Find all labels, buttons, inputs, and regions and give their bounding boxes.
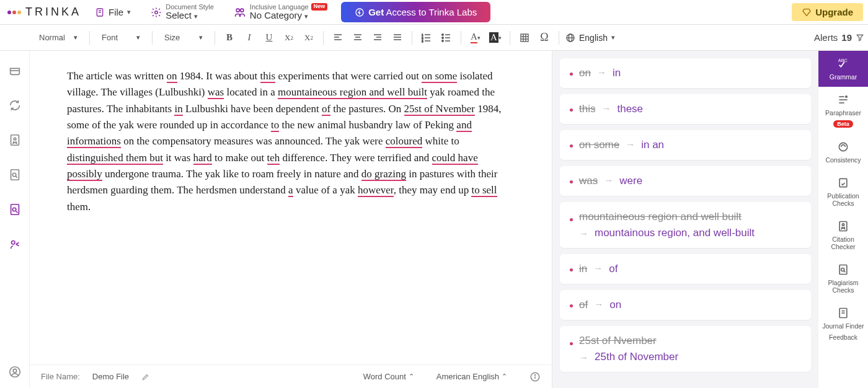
svg-line-63 [844, 271, 846, 273]
language-button[interactable]: English ▾ [565, 33, 615, 43]
text-color-button[interactable]: A▾ [467, 30, 484, 46]
leftbar-share-icon[interactable] [7, 237, 22, 252]
doc-style-value: Select [166, 11, 192, 21]
logo-text: TRINKA [25, 6, 81, 19]
chevron-down-icon: ▾ [611, 33, 615, 42]
arrow-icon: → [597, 67, 606, 77]
svg-point-45 [12, 208, 16, 211]
leftbar-tray-icon[interactable] [7, 63, 22, 78]
file-name-label: File Name: [41, 372, 80, 381]
svg-point-3 [155, 11, 158, 14]
superscript-button[interactable]: X2 [301, 30, 317, 46]
document-style-menu[interactable]: Document Style Select ▾ [144, 1, 220, 24]
bolt-icon [355, 7, 365, 17]
info-icon[interactable] [529, 371, 541, 382]
size-select[interactable]: Size▾ [159, 30, 208, 45]
grammar-icon: ABC [836, 57, 850, 71]
word-count-button[interactable]: Word Count ⌃ [363, 372, 414, 381]
alert-card[interactable]: 25st of Nvember →25th of November [560, 326, 811, 372]
file-label: File [108, 7, 123, 17]
svg-point-25 [442, 33, 443, 35]
svg-point-5 [241, 9, 244, 12]
publication-checks-tab[interactable]: Publication Checks [818, 170, 868, 213]
journal-icon [836, 306, 850, 320]
consistency-icon [836, 140, 850, 154]
upgrade-button[interactable]: Upgrade [792, 3, 863, 21]
svg-text:ABC: ABC [838, 58, 848, 63]
svg-rect-58 [839, 179, 847, 187]
svg-rect-41 [11, 170, 19, 180]
leftbar-sync-icon[interactable] [7, 98, 22, 113]
chevron-down-icon: ▾ [304, 12, 308, 20]
svg-point-57 [839, 143, 847, 151]
alert-card[interactable]: on some → in an [560, 130, 811, 160]
language-variant-button[interactable]: American English ⌃ [436, 372, 507, 381]
alerts-indicator[interactable]: Alerts 19 [814, 32, 864, 43]
alert-original: this [579, 103, 595, 115]
table-button[interactable] [516, 30, 533, 46]
style-select[interactable]: Normal▾ [33, 30, 83, 45]
svg-text:3: 3 [422, 40, 423, 43]
logo[interactable]: TRINKA [5, 6, 81, 19]
ordered-list-button[interactable]: 123 [418, 30, 435, 46]
right-sidebar: ABC Grammar Paraphraser Beta Consistency… [818, 51, 868, 388]
file-menu[interactable]: File ▾ [89, 4, 137, 20]
svg-point-51 [534, 374, 535, 375]
plagiarism-icon [836, 263, 850, 276]
alert-card[interactable]: mountaineous region and well built →moun… [560, 202, 811, 248]
alert-card[interactable]: on → in [560, 58, 811, 88]
edit-icon[interactable] [141, 373, 150, 381]
leftbar-certificate-icon[interactable] [7, 133, 22, 148]
editor[interactable]: The article was written on 1984. It was … [30, 51, 552, 364]
special-char-button[interactable]: Ω [536, 30, 552, 46]
alert-card[interactable]: was → were [560, 166, 811, 196]
labs-text: Get Access to Trinka Labs [368, 7, 477, 17]
subscript-button[interactable]: X2 [281, 30, 297, 46]
bold-button[interactable]: B [221, 30, 237, 46]
beta-badge: Beta [833, 120, 853, 128]
underline-button[interactable]: U [261, 30, 277, 46]
alert-suggestion: 25th of November [595, 351, 678, 363]
italic-button[interactable]: I [241, 30, 257, 46]
file-icon [95, 7, 105, 17]
alert-card[interactable]: of → on [560, 290, 811, 320]
alert-suggestion: of [609, 263, 618, 275]
consistency-tab[interactable]: Consistency [818, 134, 868, 170]
trinka-labs-button[interactable]: Get Access to Trinka Labs [341, 2, 490, 22]
leftbar-search-doc-icon[interactable] [7, 167, 22, 182]
alerts-panel: on → in this → these on some → in an was… [552, 51, 818, 388]
arrow-icon: → [593, 263, 603, 273]
feedback-tab[interactable]: Feedback [818, 327, 868, 347]
svg-point-46 [11, 241, 15, 245]
paraphraser-tab[interactable]: Paraphraser Beta [818, 87, 868, 134]
leftbar-account-icon[interactable] [7, 364, 22, 379]
svg-point-27 [442, 37, 443, 38]
align-justify-button[interactable] [389, 30, 405, 46]
plagiarism-checks-tab[interactable]: Plagiarism Checks [818, 257, 868, 300]
align-left-button[interactable] [330, 30, 346, 46]
leftbar-review-icon[interactable] [7, 202, 22, 217]
inclusive-language-menu[interactable]: Inclusive Language New No Category ▾ [228, 1, 334, 24]
alert-card[interactable]: in → of [560, 254, 811, 284]
align-right-button[interactable] [370, 30, 386, 46]
editor-wrap: The article was written on 1984. It was … [30, 51, 552, 388]
align-center-button[interactable] [350, 30, 366, 46]
highlight-button[interactable]: A▾ [487, 30, 503, 46]
globe-icon [565, 33, 575, 43]
unordered-list-button[interactable] [438, 30, 454, 46]
publication-icon [836, 176, 850, 190]
svg-point-48 [13, 369, 17, 373]
citation-checker-tab[interactable]: Citation Checker [818, 213, 868, 257]
citation-icon [836, 219, 850, 233]
grammar-tab[interactable]: ABC Grammar [818, 51, 868, 87]
arrow-icon: → [626, 139, 635, 149]
formatting-toolbar: Normal▾ Font▾ Size▾ B I U X2 X2 123 A▾ A… [0, 25, 868, 51]
font-select[interactable]: Font▾ [96, 30, 146, 45]
alert-original: of [579, 299, 588, 311]
svg-point-40 [14, 138, 16, 140]
people-icon [234, 6, 246, 19]
alert-original: on some [579, 139, 619, 151]
upgrade-label: Upgrade [815, 7, 853, 17]
alert-card[interactable]: this → these [560, 94, 811, 124]
file-name: Demo File [92, 372, 129, 381]
